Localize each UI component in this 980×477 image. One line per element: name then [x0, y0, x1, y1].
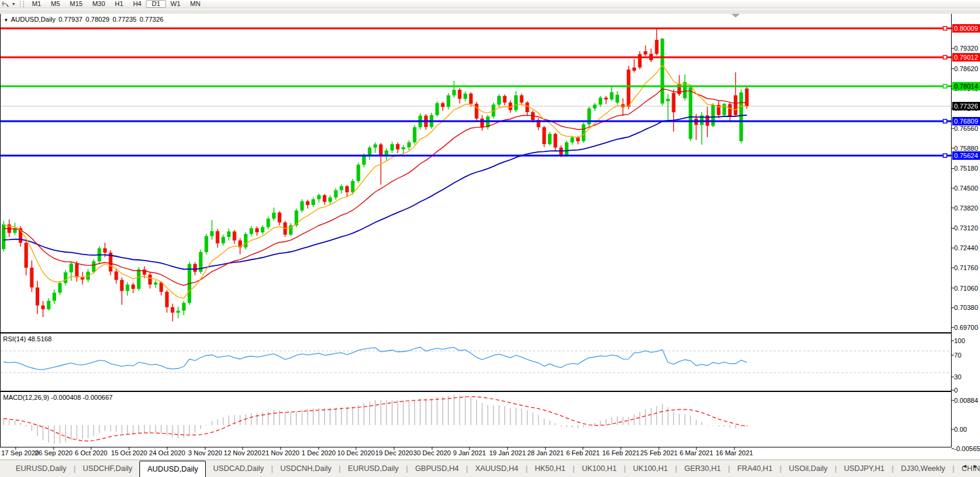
rsi-label: RSI(14) 48.5168: [3, 335, 52, 343]
chart-tab-eurusd-daily[interactable]: EURUSD,Daily: [341, 464, 406, 473]
chart-tab-audusd-daily[interactable]: AUDUSD,Daily: [139, 461, 206, 477]
macd-label: MACD(12,26,9) -0.000408 -0.000667: [3, 394, 113, 401]
line-handle: [943, 119, 947, 123]
price-line-badge[interactable]: 0.78014: [952, 82, 980, 90]
bar-high-value: 0.78029: [86, 16, 110, 23]
date-label: 26 Sep 2020: [35, 449, 72, 456]
price-tick-label: 0.70380: [954, 303, 980, 312]
timeframe-button-m1[interactable]: M1: [27, 0, 46, 8]
price-tick-label: 0.75180: [954, 164, 980, 172]
chart-tab-dj30-weekly[interactable]: DJ30,Weekly: [894, 464, 952, 473]
current-price-badge: 0.77326: [952, 102, 980, 110]
chart-tab-uk100-h1[interactable]: UK100,H1: [574, 464, 624, 473]
date-label: 25 Feb 2021: [640, 449, 678, 456]
macd-scale-label: 0.00: [954, 425, 980, 434]
collapse-caret-icon[interactable]: ▼: [4, 17, 8, 23]
price-tick-label: 0.72440: [954, 244, 980, 252]
timeframe-button-mn[interactable]: MN: [185, 0, 205, 8]
rsi-scale-label: 70: [954, 351, 980, 359]
date-label: 30 Dec 2020: [413, 449, 451, 456]
bar-open-value: 0.77937: [59, 16, 83, 23]
tab-scroll-arrows: ◄ ►: [962, 463, 978, 469]
date-label: 3 Nov 2020: [188, 449, 222, 456]
date-label: 24 Oct 2020: [149, 449, 185, 456]
line-handle: [943, 55, 947, 59]
macd-scale-label: -0.005651: [954, 444, 980, 453]
price-line-badge[interactable]: 0.76809: [952, 117, 980, 125]
date-label: 6 Oct 2020: [75, 449, 107, 456]
price-tick-label: 0.71760: [954, 264, 980, 272]
date-label: 19 Jan 2021: [489, 449, 526, 456]
chart-tab-usoil-daily[interactable]: USOil,Daily: [781, 464, 835, 473]
chart-symbol-label: AUDUSD,Daily: [11, 16, 56, 23]
rsi-scale-label: 100: [954, 336, 980, 345]
price-tick-label: 0.71060: [954, 284, 980, 292]
line-handle: [943, 84, 947, 88]
date-label: 16 Mar 2021: [716, 449, 753, 456]
price-tick-label: 0.79320: [954, 44, 980, 52]
price-line-badge[interactable]: 0.79012: [952, 53, 980, 62]
chart-tab-gbpusd-h4[interactable]: GBPUSD,H4: [408, 464, 466, 473]
price-tick-label: 0.78620: [954, 65, 980, 73]
chart-tab-ger30-h1[interactable]: GER30,H1: [677, 464, 728, 473]
date-label: 6 Mar 2021: [679, 449, 713, 456]
tab-scroll-right-icon[interactable]: ►: [973, 463, 978, 469]
price-tick-label: 0.76560: [954, 124, 980, 133]
chart-tab-usdjpy-h1[interactable]: USDJPY,H1: [837, 464, 892, 473]
chart-tab-xauusd-h4[interactable]: XAUUSD,H4: [468, 464, 526, 473]
date-label: 10 Dec 2020: [337, 449, 375, 456]
timeframe-button-m5[interactable]: M5: [46, 0, 65, 8]
window-gap-strip: [0, 9, 980, 14]
timeframe-button-h4[interactable]: H4: [128, 0, 146, 8]
terminal-window: ▼ M1M5M15M30H1H4D1W1MN ▼AUDUSD,Daily0.77…: [0, 0, 980, 477]
date-label: 17 Sep 2020: [1, 449, 39, 456]
date-label: 16 Feb 2021: [602, 449, 640, 456]
tab-scroll-left-icon[interactable]: ◄: [962, 463, 967, 469]
timeframe-button-h1[interactable]: H1: [110, 0, 128, 8]
price-tick-label: 0.73120: [954, 224, 980, 232]
price-tick-label: 0.73820: [954, 204, 980, 212]
date-label: 6 Feb 2021: [566, 449, 600, 456]
date-label: 21 Nov 2020: [262, 449, 299, 456]
price-line-badge[interactable]: 0.75624: [952, 151, 980, 160]
line-handle: [943, 27, 947, 30]
bar-close-value: 0.77326: [139, 16, 164, 23]
price-line-badge[interactable]: 0.80009: [952, 24, 980, 33]
timeframe-button-m30[interactable]: M30: [88, 0, 110, 8]
rsi-value: 48.5168: [28, 335, 52, 343]
chart-tab-usdcnh-daily[interactable]: USDCNH,Daily: [273, 464, 339, 473]
chart-title: ▼AUDUSD,Daily0.779370.780290.772350.7732…: [4, 16, 167, 23]
toolbar-dropdown-caret[interactable]: ▼: [11, 2, 16, 6]
chart-tab-hk50-h1[interactable]: HK50,H1: [527, 464, 573, 473]
chart-tab-uk100-h1[interactable]: UK100,H1: [626, 464, 675, 473]
timeframe-button-m15[interactable]: M15: [65, 0, 88, 8]
macd-scale-label: 0.00884: [954, 396, 980, 405]
date-label: 1 Dec 2020: [302, 449, 336, 456]
chart-tab-usdcad-daily[interactable]: USDCAD,Daily: [206, 464, 271, 473]
toolbar-separator: [20, 1, 21, 7]
timeframe-button-d1[interactable]: D1: [146, 0, 165, 8]
chart-tab-usdchf-daily[interactable]: USDCHF,Daily: [75, 464, 139, 473]
bar-low-value: 0.77235: [112, 16, 136, 23]
date-label: 28 Jan 2021: [527, 449, 564, 456]
chart-tab-eurusd-daily[interactable]: EURUSD,Daily: [8, 464, 74, 473]
toolbar-grip[interactable]: [23, 1, 25, 7]
date-label: 12 Nov 2020: [224, 449, 261, 456]
symbol-tab-bar: EURUSD,Daily|USDCHF,DailyAUDUSD,DailyUSD…: [0, 460, 980, 477]
rsi-scale-label: 30: [954, 373, 980, 381]
date-label: 15 Oct 2020: [111, 449, 147, 456]
date-label: 19 Dec 2020: [375, 449, 413, 456]
chart-canvas[interactable]: [0, 0, 980, 477]
price-tick-label: 0.69700: [954, 323, 980, 332]
price-tick-label: 0.74500: [954, 184, 980, 192]
chart-cursor-icon[interactable]: [2, 1, 10, 8]
date-label: 9 Jan 2021: [453, 449, 486, 456]
timeframe-toolbar: ▼ M1M5M15M30H1H4D1W1MN: [0, 0, 980, 8]
line-handle: [943, 154, 947, 157]
chart-tab-fra40-h1[interactable]: FRA40,H1: [730, 464, 780, 473]
rsi-scale-label: 0: [954, 386, 980, 394]
macd-values: -0.000408 -0.000667: [51, 394, 112, 401]
timeframe-button-w1[interactable]: W1: [166, 0, 186, 8]
